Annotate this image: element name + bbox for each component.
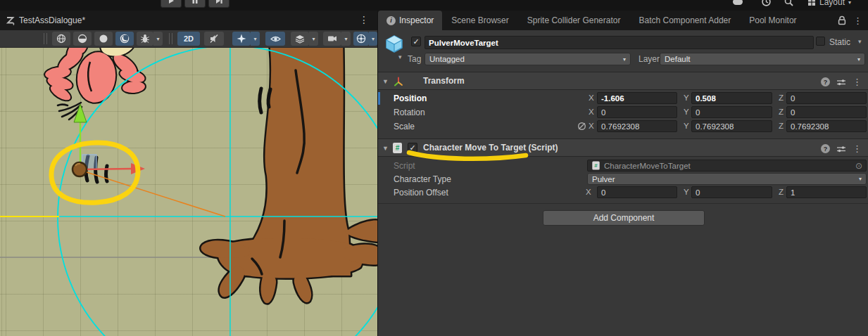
- script-file-icon: #: [393, 143, 402, 153]
- axis-x-label: X: [589, 93, 594, 102]
- scale-y-field[interactable]: [691, 120, 772, 132]
- scene-gizmo-button[interactable]: [353, 32, 369, 46]
- activity-clock-icon[interactable]: [762, 0, 771, 6]
- script-object-field[interactable]: # CharacterMoveToTarget ⊙: [587, 160, 867, 172]
- step-button[interactable]: [208, 0, 229, 8]
- search-icon[interactable]: [784, 0, 793, 6]
- tab-inspector[interactable]: i Inspector: [378, 11, 442, 30]
- character-type-dropdown[interactable]: Pulver ▾: [587, 173, 867, 185]
- scene-viewport[interactable]: [0, 48, 377, 336]
- bug-dropdown-caret[interactable]: ▾: [153, 32, 163, 46]
- gameobject-expand-caret[interactable]: ▾: [398, 53, 402, 60]
- camera-dropdown-caret[interactable]: ▾: [341, 32, 351, 46]
- inspector-menu-icon[interactable]: ⋮: [853, 15, 862, 26]
- component-menu-icon[interactable]: ⋮: [853, 77, 862, 87]
- static-checkbox[interactable]: [816, 37, 825, 46]
- axis-y-label: Y: [684, 122, 689, 130]
- tab-sprite-collider-generator[interactable]: Sprite Collider Generator: [527, 11, 621, 30]
- account-icon[interactable]: [732, 0, 743, 6]
- unlock-icon[interactable]: [838, 15, 846, 25]
- object-picker-icon[interactable]: ⊙: [855, 161, 862, 171]
- gizmo-sphere-solid-button[interactable]: [94, 32, 113, 46]
- scene-gizmo-dropdown-caret[interactable]: ▾: [369, 32, 377, 46]
- scene-black-marks: [86, 89, 270, 182]
- target-link-line: [80, 170, 225, 217]
- pause-button[interactable]: [184, 0, 206, 8]
- 2d-toggle-button[interactable]: 2D: [177, 32, 200, 46]
- script-field-label: Script: [394, 161, 415, 171]
- offset-x-field[interactable]: [597, 186, 677, 198]
- transform-icon: [393, 76, 404, 87]
- axis-z-label: Z: [779, 188, 784, 196]
- layers-button[interactable]: [291, 32, 309, 46]
- offset-y-field[interactable]: [691, 186, 772, 198]
- chevron-down-icon: ▾: [857, 56, 860, 63]
- chevron-down-icon: ▾: [859, 176, 862, 182]
- gizmo-sphere-crescent-button[interactable]: [115, 32, 134, 46]
- axis-x-label: X: [589, 122, 594, 130]
- scene-toolbar: ▾ 2D ▾ ▾ ▾ ▾: [0, 30, 377, 48]
- scene-visibility-button[interactable]: [265, 32, 285, 46]
- rotation-x-field[interactable]: [597, 106, 677, 118]
- tag-value: Untagged: [429, 55, 465, 63]
- layout-grid-icon: [807, 0, 816, 6]
- layers-dropdown-caret[interactable]: ▾: [309, 32, 318, 46]
- static-dropdown-caret[interactable]: ▾: [858, 38, 862, 45]
- move-target-dot[interactable]: [73, 162, 87, 176]
- transform-header[interactable]: ▼ Transform ? ⋮: [378, 72, 868, 90]
- position-x-field[interactable]: [597, 92, 677, 104]
- scale-label: Scale: [394, 122, 415, 131]
- presets-icon[interactable]: [836, 78, 846, 86]
- rotation-y-field[interactable]: [691, 106, 772, 118]
- help-icon[interactable]: ?: [821, 77, 830, 86]
- presets-icon[interactable]: [836, 145, 846, 153]
- scene-panel-tab[interactable]: TestAssDialogue* ⋮: [0, 11, 377, 30]
- rotation-label: Rotation: [394, 108, 425, 117]
- offset-z-field[interactable]: [786, 186, 867, 198]
- layer-dropdown[interactable]: Default ▾: [660, 53, 865, 65]
- tab-pool-monitor[interactable]: Pool Monitor: [749, 11, 796, 30]
- rotation-z-field[interactable]: [786, 106, 867, 118]
- gizmo-sphere-wire-button[interactable]: [52, 32, 70, 46]
- eye-icon: [270, 34, 281, 44]
- gizmo-sphere-shaded-button[interactable]: [73, 32, 92, 46]
- effects-button[interactable]: [232, 32, 251, 46]
- transform-foldout-caret[interactable]: ▼: [382, 78, 389, 85]
- scale-z-field[interactable]: [786, 120, 867, 132]
- inspector-body: ▾ ✓ Static ▾ Tag Untagged ▾ Layer Defaul…: [378, 30, 868, 336]
- toolbar-divider: [169, 33, 172, 44]
- help-icon[interactable]: ?: [821, 144, 830, 153]
- camera-button[interactable]: [323, 32, 341, 46]
- position-z-field[interactable]: [786, 92, 867, 104]
- debug-bug-button[interactable]: [137, 32, 153, 46]
- script-foldout-caret[interactable]: ▼: [382, 145, 389, 152]
- chevron-down-icon: ▾: [623, 56, 626, 63]
- position-label: Position: [394, 93, 427, 103]
- play-button[interactable]: [161, 0, 182, 8]
- position-offset-label: Position Offset: [394, 188, 448, 198]
- audio-mute-button[interactable]: [204, 32, 224, 46]
- tree-sprite[interactable]: [201, 48, 377, 303]
- inspector-tab-bar: i Inspector Scene Browser Sprite Collide…: [378, 11, 868, 30]
- add-component-button[interactable]: Add Component: [543, 210, 705, 226]
- layout-dropdown[interactable]: Layout ▾: [807, 0, 851, 7]
- layers-icon: [295, 34, 305, 44]
- tag-dropdown[interactable]: Untagged ▾: [424, 53, 631, 65]
- effects-dropdown-caret[interactable]: ▾: [251, 32, 260, 46]
- layer-label: Layer: [639, 54, 660, 64]
- position-y-field[interactable]: [691, 92, 772, 104]
- camera-icon: [327, 34, 337, 43]
- tab-scene-browser[interactable]: Scene Browser: [451, 11, 508, 30]
- scene-panel-menu-icon[interactable]: ⋮: [359, 14, 369, 25]
- unlinked-scale-icon[interactable]: [577, 122, 586, 131]
- component-menu-icon[interactable]: ⋮: [853, 143, 862, 154]
- scale-x-field[interactable]: [597, 120, 677, 132]
- gameobject-name-field[interactable]: [424, 36, 814, 49]
- axis-x-label: X: [586, 188, 591, 196]
- axis-x-label: X: [589, 108, 594, 116]
- tab-batch-component-adder[interactable]: Batch Component Adder: [639, 11, 731, 30]
- gameobject-active-checkbox[interactable]: ✓: [411, 37, 421, 46]
- tag-label: Tag: [408, 54, 421, 64]
- transform-title: Transform: [423, 76, 465, 86]
- bird-sprite[interactable]: [44, 48, 146, 119]
